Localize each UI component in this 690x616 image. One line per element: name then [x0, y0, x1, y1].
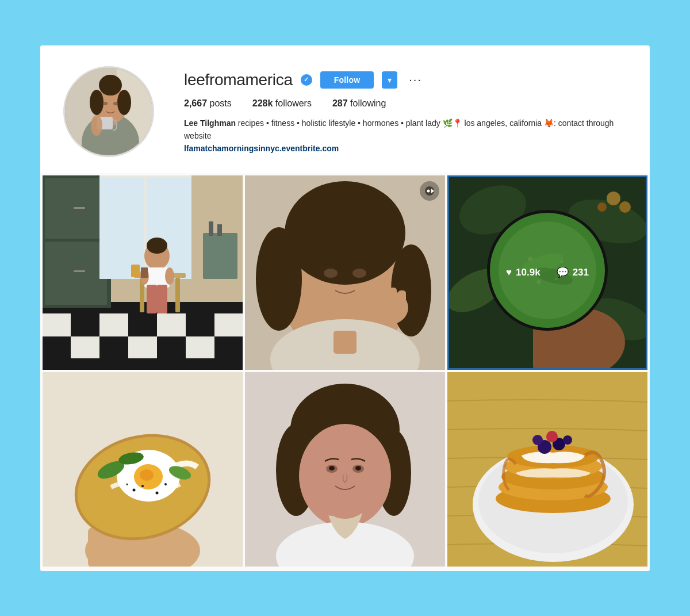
svg-point-7: [90, 90, 103, 115]
svg-point-9: [103, 102, 108, 105]
svg-rect-18: [214, 313, 243, 336]
svg-point-124: [532, 435, 543, 445]
svg-point-93: [140, 469, 154, 481]
svg-rect-41: [141, 267, 148, 278]
bio-section: Lee Tilghman recipes • fitness • holisti…: [184, 117, 627, 155]
profile-header: leefromamerica ✓ Follow ▾ ···: [184, 71, 627, 89]
avatar-container: [63, 66, 154, 157]
grid-post-5[interactable]: [245, 372, 445, 567]
svg-point-126: [546, 431, 558, 442]
svg-point-47: [285, 181, 405, 285]
svg-rect-19: [71, 336, 99, 358]
svg-point-101: [126, 483, 128, 485]
svg-rect-44: [217, 224, 222, 236]
bio-text: Lee Tilghman recipes • fitness • holisti…: [184, 117, 627, 143]
grid-post-3[interactable]: ♥ 10.9k 💬 231: [447, 175, 647, 370]
grid-row-2: [43, 372, 647, 567]
svg-point-59: [427, 189, 430, 192]
svg-point-97: [133, 488, 136, 491]
svg-point-100: [164, 483, 167, 485]
svg-point-39: [147, 238, 167, 254]
profile-section: leefromamerica ✓ Follow ▾ ··· 2,667: [40, 45, 650, 173]
svg-rect-29: [144, 175, 147, 279]
svg-point-99: [156, 491, 159, 494]
svg-point-10: [113, 102, 118, 105]
svg-point-98: [141, 485, 144, 487]
bio-description: recipes • fitness • holistic lifestyle •…: [184, 118, 614, 140]
svg-rect-21: [186, 336, 214, 358]
grid-post-1[interactable]: [43, 175, 243, 370]
likes-stat: ♥ 10.9k: [506, 267, 540, 278]
svg-rect-16: [99, 313, 128, 336]
following-stat[interactable]: 287 following: [332, 98, 386, 109]
svg-rect-53: [377, 290, 387, 319]
svg-point-38: [165, 267, 174, 285]
svg-point-48: [256, 227, 302, 331]
profile-info: leefromamerica ✓ Follow ▾ ··· 2,667: [184, 66, 627, 155]
grid-row-1: ♥ 10.9k 💬 231: [43, 175, 647, 370]
svg-point-6: [101, 84, 120, 95]
following-count: 287: [332, 98, 348, 108]
svg-point-111: [329, 466, 335, 470]
verified-icon: ✓: [304, 76, 309, 83]
heart-icon: ♥: [506, 267, 512, 278]
verified-badge: ✓: [301, 74, 312, 86]
svg-point-125: [563, 435, 572, 445]
svg-point-113: [316, 493, 351, 516]
svg-point-50: [324, 269, 338, 278]
post-hover-overlay: ♥ 10.9k 💬 231: [447, 175, 647, 370]
svg-rect-17: [157, 313, 186, 336]
svg-rect-42: [203, 233, 237, 279]
svg-rect-20: [128, 336, 157, 358]
following-label: following: [350, 98, 386, 108]
svg-point-51: [352, 269, 366, 278]
svg-rect-24: [45, 242, 107, 305]
svg-rect-15: [43, 313, 71, 336]
more-icon: ···: [409, 73, 422, 86]
svg-point-112: [355, 466, 361, 470]
followers-count: 228k: [252, 98, 273, 108]
bio-link[interactable]: lfamatchamorningsinnyc.eventbrite.com: [184, 144, 339, 153]
svg-rect-57: [334, 331, 356, 354]
grid-post-4[interactable]: [43, 372, 243, 567]
grid-post-2[interactable]: [245, 175, 445, 370]
posts-label: posts: [210, 98, 232, 108]
followers-label: followers: [275, 98, 312, 108]
chevron-down-icon: ▾: [388, 75, 392, 85]
svg-rect-26: [74, 270, 85, 272]
username: leefromamerica: [184, 71, 293, 89]
comment-icon: 💬: [557, 266, 569, 278]
svg-rect-32: [175, 278, 180, 312]
followers-stat[interactable]: 228k followers: [252, 98, 312, 109]
grid-post-6[interactable]: [447, 372, 647, 567]
profile-card: leefromamerica ✓ Follow ▾ ··· 2,667: [40, 45, 650, 571]
page-border: leefromamerica ✓ Follow ▾ ··· 2,667: [30, 35, 660, 581]
svg-point-8: [117, 90, 131, 115]
likes-count: 10.9k: [516, 267, 540, 278]
posts-grid: ♥ 10.9k 💬 231: [40, 173, 650, 571]
stats-row: 2,667 posts 228k followers 287 following: [184, 98, 627, 109]
svg-rect-43: [209, 221, 213, 236]
video-icon: [420, 181, 439, 201]
svg-rect-35: [147, 285, 157, 313]
svg-rect-54: [388, 288, 397, 315]
svg-rect-36: [157, 285, 167, 313]
follow-dropdown-button[interactable]: ▾: [382, 71, 397, 89]
comments-count: 231: [573, 267, 589, 278]
comments-stat: 💬 231: [557, 266, 589, 278]
avatar: [63, 66, 154, 157]
svg-rect-40: [131, 265, 140, 277]
posts-count: 2,667: [184, 98, 207, 108]
bio-name: Lee Tilghman: [184, 118, 236, 128]
svg-point-12: [91, 115, 102, 136]
posts-stat: 2,667 posts: [184, 98, 232, 109]
follow-button[interactable]: Follow: [320, 71, 374, 89]
svg-rect-25: [74, 207, 85, 209]
more-options-button[interactable]: ···: [405, 71, 425, 89]
svg-rect-55: [398, 290, 406, 316]
avatar-image: [65, 68, 152, 155]
